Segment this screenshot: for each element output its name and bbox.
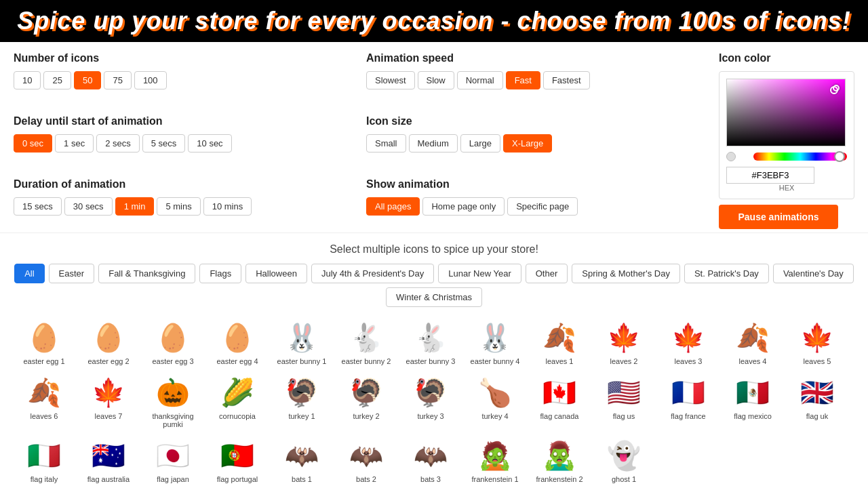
color-canvas[interactable] [726,79,846,146]
list-item[interactable]: 🥚easter egg 1 [14,317,75,369]
cat-all[interactable]: All [14,264,44,283]
icon-size-label: Icon size [366,115,705,127]
list-item[interactable]: 🦇bats 1 [271,435,332,487]
delay-10[interactable]: 10 sec [188,134,231,152]
list-item[interactable]: 🇦🇺flag australia [78,435,139,487]
icon-label: turkey 1 [288,412,315,420]
list-item[interactable]: 🐇easter bunny 2 [336,317,397,369]
list-item[interactable]: 🇫🇷flag france [658,372,719,432]
pause-animations-button[interactable]: Pause animations [719,205,838,229]
icon-image: 🥚 [27,321,61,354]
list-item[interactable]: 🍂leaves 4 [722,317,783,369]
size-xlarge[interactable]: X-Large [503,134,552,152]
cat-stpatrick[interactable]: St. Patrick's Day [684,264,769,283]
list-item[interactable]: 🇨🇦flag canada [529,372,590,432]
list-item[interactable]: 🐰easter bunny 4 [465,317,526,369]
list-item[interactable]: 🧟frankenstein 1 [465,435,526,487]
num-icons-25[interactable]: 25 [43,71,71,89]
speed-fast[interactable]: Fast [506,71,540,89]
list-item[interactable]: 🇯🇵flag japan [142,435,203,487]
delay-1[interactable]: 1 sec [55,134,94,152]
list-item[interactable]: 🦇bats 2 [336,435,397,487]
list-item[interactable]: 🧟‍♂️frankenstein 2 [529,435,590,487]
cat-fall[interactable]: Fall & Thanksgiving [98,264,195,283]
list-item[interactable]: 🐇easter bunny 3 [400,317,461,369]
speed-slowest[interactable]: Slowest [366,71,415,89]
list-item[interactable]: 🌽cornucopia [207,372,268,432]
list-item[interactable]: 🇮🇹flag italy [14,435,75,487]
icon-image: 🍂 [27,375,61,409]
cat-flags[interactable]: Flags [199,264,241,283]
icon-image: 🧟‍♂️ [542,439,576,472]
list-item[interactable]: 🇲🇽flag mexico [722,372,783,432]
delay-5[interactable]: 5 secs [142,134,186,152]
icon-label: bats 2 [356,475,376,483]
icon-label: flag australia [87,475,130,483]
list-item[interactable]: 🥚easter egg 3 [142,317,203,369]
duration-30s[interactable]: 30 secs [64,197,113,216]
color-swatch [726,152,736,161]
delay-0[interactable]: 0 sec [14,134,52,152]
icon-image: 🦇 [349,439,383,472]
show-specific[interactable]: Specific page [507,197,578,216]
cat-july4[interactable]: July 4th & President's Day [311,264,434,283]
list-item[interactable]: 👻ghost 1 [593,435,654,487]
hex-input[interactable] [726,167,814,184]
list-item[interactable]: 🎃thanksgiving pumki [142,372,203,432]
list-item[interactable]: 🍂leaves 1 [529,317,590,369]
delay-2[interactable]: 2 secs [96,134,140,152]
num-icons-100[interactable]: 100 [134,71,167,89]
speed-fastest[interactable]: Fastest [543,71,590,89]
num-icons-label: Number of icons [14,52,353,64]
size-medium[interactable]: Medium [409,134,458,152]
icon-label: flag canada [540,412,579,420]
show-all[interactable]: All pages [366,197,420,216]
icon-image: 🦇 [285,439,319,472]
list-item[interactable]: 🥚easter egg 2 [78,317,139,369]
list-item[interactable]: 🇬🇧flag uk [787,372,848,432]
num-icons-50[interactable]: 50 [74,71,101,89]
duration-15s[interactable]: 15 secs [14,197,62,216]
icon-label: flag mexico [734,412,772,420]
icon-image: 🥚 [220,321,254,354]
num-icons-75[interactable]: 75 [104,71,131,89]
hue-slider[interactable] [753,152,847,161]
list-item[interactable]: 🍁leaves 7 [78,372,139,432]
cat-valentines[interactable]: Valentine's Day [773,264,854,283]
list-item[interactable]: 🍂leaves 6 [14,372,75,432]
list-item[interactable]: 🇵🇹flag portugal [207,435,268,487]
cat-easter[interactable]: Easter [49,264,95,283]
list-item[interactable]: 🦃turkey 1 [271,372,332,432]
list-item[interactable]: 🦃turkey 3 [400,372,461,432]
list-item[interactable]: 🇺🇸flag us [593,372,654,432]
size-small[interactable]: Small [366,134,406,152]
list-item[interactable]: 🦃turkey 2 [336,372,397,432]
icon-size-group: Icon size Small Medium Large X-Large [366,115,705,166]
icon-label: flag portugal [217,475,258,483]
color-picker[interactable]: HEX [719,71,854,199]
cat-other[interactable]: Other [526,264,568,283]
cat-halloween[interactable]: Halloween [245,264,307,283]
icon-image: 🥚 [92,321,125,354]
duration-1m[interactable]: 1 min [115,197,155,216]
list-item[interactable]: 🦇bats 3 [400,435,461,487]
icon-label: leaves 6 [31,412,58,420]
list-item[interactable]: 🍗turkey 4 [465,372,526,432]
num-icons-10[interactable]: 10 [14,71,41,89]
list-item[interactable]: 🐰easter bunny 1 [271,317,332,369]
duration-5m[interactable]: 5 mins [157,197,200,216]
list-item[interactable]: 🍁leaves 5 [787,317,848,369]
icon-size-options: Small Medium Large X-Large [366,134,705,152]
cat-spring[interactable]: Spring & Mother's Day [572,264,680,283]
cat-winter[interactable]: Winter & Christmas [386,287,482,307]
speed-slow[interactable]: Slow [418,71,454,89]
cat-lunar[interactable]: Lunar New Year [438,264,521,283]
size-large[interactable]: Large [460,134,500,152]
list-item[interactable]: 🍁leaves 2 [593,317,654,369]
list-item[interactable]: 🥚easter egg 4 [207,317,268,369]
icon-label: frankenstein 2 [536,475,583,483]
list-item[interactable]: 🍁leaves 3 [658,317,719,369]
speed-normal[interactable]: Normal [457,71,503,89]
duration-10m[interactable]: 10 mins [203,197,252,216]
show-home[interactable]: Home page only [422,197,505,216]
